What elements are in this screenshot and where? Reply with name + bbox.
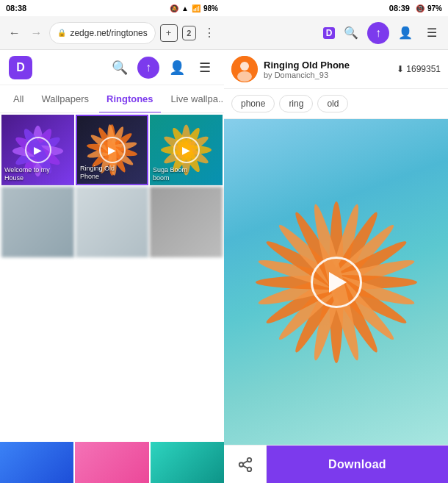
bottom-thumbnails <box>0 442 224 483</box>
thumb-3[interactable] <box>151 442 224 483</box>
action-bar: Download <box>224 445 448 483</box>
category-tabs: All Wallpapers Ringtones Live wallpa... <box>0 85 224 113</box>
browser-search-button[interactable]: 🔍 <box>341 23 361 43</box>
upload-button[interactable]: ↑ <box>137 57 159 79</box>
status-bar-right: 08:39 📵 97% <box>224 0 448 16</box>
thumb-2[interactable] <box>75 442 148 483</box>
url-text: zedge.net/ringtones <box>70 28 147 38</box>
tab-live-wallpapers[interactable]: Live wallpa... <box>164 89 224 109</box>
download-count-icon: ⬇ <box>397 64 404 74</box>
new-tab-button[interactable]: + <box>160 24 178 42</box>
menu-button[interactable]: ☰ <box>195 57 215 78</box>
tag-phone[interactable]: phone <box>231 95 275 112</box>
play-button-2[interactable]: ▶ <box>99 137 126 163</box>
track-author: by Domancich_93 <box>264 71 391 79</box>
large-play-button[interactable] <box>311 257 362 308</box>
time-right: 08:39 <box>389 4 410 12</box>
track-avatar <box>231 56 258 82</box>
item-label-2: Ringing OldPhone <box>80 165 115 181</box>
url-bar[interactable]: 🔒 zedge.net/ringtones <box>49 22 155 44</box>
tag-old[interactable]: old <box>317 95 348 112</box>
track-info: Ringing Old Phone by Domancich_93 <box>264 60 391 79</box>
battery-right: 97% <box>427 4 442 12</box>
logo-text: D <box>16 61 25 74</box>
svg-point-21 <box>240 62 249 71</box>
tab-count[interactable]: 2 <box>182 26 197 40</box>
grid-item-3[interactable]: ▶ Suga Boomboom <box>150 115 223 185</box>
svg-point-37 <box>247 467 251 471</box>
play-button-3[interactable]: ▶ <box>173 137 200 163</box>
track-downloads: ⬇ 1699351 <box>397 64 441 74</box>
forward-button[interactable]: → <box>28 24 46 42</box>
svg-line-38 <box>242 465 247 468</box>
browser-chrome-left: ← → 🔒 zedge.net/ringtones + 2 ⋮ <box>0 16 224 50</box>
grid-item-2[interactable]: ▶ Ringing OldPhone <box>76 115 148 185</box>
tag-ring[interactable]: ring <box>279 95 313 112</box>
browser-menu-button[interactable]: ☰ <box>422 23 442 43</box>
status-bar-left: 08:38 🔕 ▲ 📶 98% <box>0 0 224 16</box>
play-button-1[interactable]: ▶ <box>25 137 51 163</box>
browser-user-button[interactable]: 👤 <box>395 23 416 43</box>
signal-icon: 📶 <box>192 4 200 12</box>
browser-upload-button[interactable]: ↑ <box>367 22 389 44</box>
zedge-favicon: D <box>323 27 335 39</box>
large-preview <box>224 119 448 445</box>
item-label-1: Welcome to myHouse <box>4 166 50 182</box>
svg-line-39 <box>242 460 247 463</box>
thumb-1[interactable] <box>0 442 73 483</box>
right-panel: Ringing Old Phone by Domancich_93 ⬇ 1699… <box>224 50 448 483</box>
svg-point-36 <box>239 462 243 467</box>
tab-wallpapers[interactable]: Wallpapers <box>34 89 96 109</box>
user-button[interactable]: 👤 <box>167 57 187 78</box>
download-button[interactable]: Download <box>267 446 448 483</box>
svg-point-35 <box>247 457 251 462</box>
time-left: 08:38 <box>6 4 26 12</box>
tab-ringtones[interactable]: Ringtones <box>99 89 161 109</box>
left-panel: ▶ Welcome to myHouse ▶ <box>0 113 224 483</box>
svg-point-22 <box>237 71 252 82</box>
ringtones-grid: ▶ Welcome to myHouse ▶ <box>0 113 224 259</box>
mute-icon: 🔕 <box>170 4 178 12</box>
browser-chrome-right: D 🔍 ↑ 👤 ☰ <box>224 16 448 50</box>
search-button[interactable]: 🔍 <box>109 57 130 78</box>
app-nav-bar: D 🔍 ↑ 👤 ☰ <box>0 50 224 85</box>
track-title: Ringing Old Phone <box>264 60 391 71</box>
grid-item-1[interactable]: ▶ Welcome to myHouse <box>1 115 74 185</box>
lock-icon: 🔒 <box>57 29 66 37</box>
grid-item-4[interactable] <box>1 187 74 257</box>
status-right-icons: 📵 <box>416 4 424 12</box>
item-label-3: Suga Boomboom <box>153 166 187 182</box>
tags-row: phone ring old <box>224 89 448 119</box>
back-button[interactable]: ← <box>6 24 24 42</box>
more-options-button[interactable]: ⋮ <box>200 24 218 42</box>
grid-item-5[interactable] <box>76 187 148 257</box>
share-button[interactable] <box>224 446 267 483</box>
nav-icons: 🔍 ↑ 👤 ☰ <box>109 57 215 79</box>
tab-all[interactable]: All <box>6 89 31 109</box>
battery-left: 98% <box>203 4 218 12</box>
wifi-icon: ▲ <box>181 4 189 12</box>
track-header: Ringing Old Phone by Domancich_93 ⬇ 1699… <box>224 50 448 89</box>
download-count: 1699351 <box>406 64 441 74</box>
zedge-logo[interactable]: D <box>9 56 32 79</box>
grid-item-6[interactable] <box>150 187 223 257</box>
